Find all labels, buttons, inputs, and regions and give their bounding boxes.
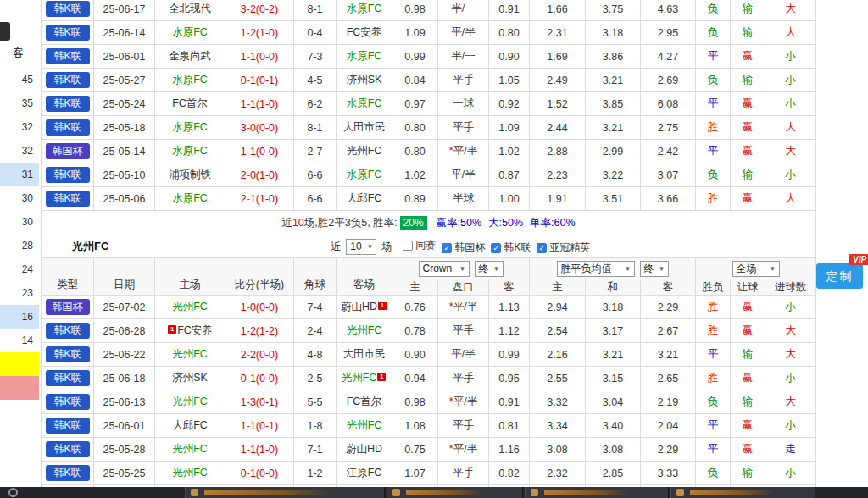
team-name[interactable]: 1FC安养	[167, 324, 213, 336]
team-name[interactable]: 水原FC	[172, 121, 208, 133]
score-cell: 0-1(0-1)	[225, 69, 294, 92]
team-name[interactable]: 水原FC	[347, 50, 382, 62]
team-name[interactable]: 光州FC	[172, 443, 208, 455]
team-name[interactable]: 光州FC	[172, 301, 208, 313]
team-name[interactable]: 光州FC1	[342, 372, 387, 384]
customize-button[interactable]: 定制	[816, 263, 863, 289]
league-cell: 韩K联	[42, 0, 94, 21]
score-cell: 1-1(0-1)	[225, 414, 294, 438]
avg-home: 2.23	[530, 163, 586, 187]
checkbox-checked-icon[interactable]: ✓	[442, 243, 452, 253]
avg-away: 3.07	[641, 163, 696, 187]
avg-draw: 3.15	[586, 367, 641, 390]
odds-away: 0.87	[489, 163, 530, 187]
recent-games-select[interactable]: 10 ▼	[346, 239, 376, 255]
team-name[interactable]: 光州FC	[172, 467, 208, 479]
team-name[interactable]: 水原FC	[172, 26, 208, 38]
team-name[interactable]: 大邱FC	[347, 192, 382, 204]
checkbox-checked-icon[interactable]: ✓	[537, 243, 547, 253]
avg-away: 6.08	[641, 92, 696, 116]
league-badge: 韩K联	[46, 346, 90, 362]
filter-checkbox[interactable]: ✓韩国杯	[442, 241, 485, 255]
odds-handicap: 平/半	[438, 163, 489, 187]
match-score: 1-1(0-1)	[241, 420, 278, 432]
team-name[interactable]: 水原FC	[172, 192, 208, 204]
team-name[interactable]: 济州SK	[347, 74, 382, 86]
odds-stage-select[interactable]: 终 ▼	[475, 261, 504, 277]
taskbar-window-button[interactable]	[670, 487, 815, 498]
team-name[interactable]: 水原FC	[347, 169, 382, 180]
match-score: 1-3(0-1)	[241, 396, 278, 408]
score-cell: 0-1(0-0)	[225, 367, 294, 390]
scope-select[interactable]: 全场 ▼	[732, 261, 780, 277]
team-name[interactable]: 江原FC	[347, 467, 382, 479]
odds-home: 1.07	[392, 462, 438, 485]
league-cell: 韩K联	[42, 92, 94, 116]
team-name[interactable]: FC首尔	[172, 97, 208, 109]
match-row: 韩K联25-06-281FC安养1-2(1-2)2-4光州FC0.78平手1.1…	[42, 319, 816, 343]
home-team: 水原FC	[155, 116, 225, 140]
matches-table: 韩K联25-06-17全北现代3-2(0-2)8-1水原FC0.98半/一0.9…	[41, 0, 816, 498]
team-name[interactable]: 光州FC	[172, 348, 208, 360]
checkbox-checked-icon[interactable]: ✓	[491, 243, 501, 253]
team-name[interactable]: 光州FC	[172, 396, 208, 407]
team-name[interactable]: 光州FC	[347, 419, 382, 431]
average-odds-select[interactable]: 胜平负均值 ▼	[557, 261, 635, 277]
league-badge: 韩K联	[46, 48, 90, 64]
result-char: 赢	[743, 443, 754, 455]
taskbar-window-button[interactable]	[525, 487, 669, 498]
team-name[interactable]: 大田市民	[343, 121, 386, 133]
team-name[interactable]: 光州FC	[347, 324, 382, 336]
team-name[interactable]: 水原FC	[347, 3, 382, 14]
team-name[interactable]: 大邱FC	[172, 419, 208, 431]
taskbar-window-button[interactable]	[387, 487, 523, 498]
away-team: 光州FC	[337, 319, 392, 343]
match-date: 25-05-14	[94, 140, 155, 163]
bookmaker-select[interactable]: Crown ▼	[419, 261, 470, 277]
result-char: 赢	[743, 192, 754, 204]
team-name[interactable]: FC安养	[347, 26, 382, 38]
side-tab[interactable]	[0, 22, 10, 41]
team-name[interactable]: FC首尔	[347, 396, 382, 407]
odds-home: 0.75	[392, 438, 438, 462]
odds-home: 0.89	[392, 187, 438, 211]
league-badge: 韩国杯	[46, 299, 90, 315]
checkbox-unchecked-icon[interactable]	[403, 241, 413, 251]
result-char: 负	[708, 3, 719, 14]
chevron-down-icon: ▼	[625, 265, 632, 273]
filter-checkbox[interactable]: 同赛	[403, 238, 436, 252]
sidebar-number: 32	[0, 139, 39, 163]
team-name[interactable]: 水原FC	[172, 145, 208, 157]
result-goals: 大	[765, 21, 816, 45]
taskbar-window-button[interactable]	[185, 487, 385, 498]
team-name[interactable]: 大田市民	[343, 348, 386, 360]
team-name[interactable]: 金泉尚武	[169, 50, 211, 62]
team-name[interactable]: 光州FC	[347, 145, 382, 157]
avg-away: 4.27	[641, 45, 696, 69]
window-title-text	[406, 490, 482, 495]
avg-home: 2.44	[530, 116, 586, 140]
sidebar-number: 31	[0, 163, 39, 186]
match-score: 1-2(1-0)	[241, 27, 278, 39]
avg-draw: 3.18	[586, 21, 641, 45]
taskbar-app-icon[interactable]	[8, 488, 18, 497]
team-name[interactable]: 全北现代	[169, 3, 211, 14]
filter-checkbox[interactable]: ✓韩K联	[491, 241, 531, 255]
team-name[interactable]: 蔚山HD1	[341, 301, 387, 313]
select-value: 终	[479, 262, 489, 276]
result-handicap: 赢	[731, 116, 765, 140]
team-name[interactable]: 水原FC	[172, 74, 208, 86]
odds-handicap: 平手	[438, 116, 489, 140]
match-date: 25-06-01	[94, 414, 155, 438]
average-stage-select[interactable]: 终 ▼	[640, 261, 669, 277]
league-cell: 韩K联	[42, 319, 94, 343]
avg-draw: 3.51	[586, 187, 641, 211]
result-outcome: 负	[696, 69, 731, 92]
team-name[interactable]: 浦项制铁	[169, 169, 211, 180]
result-outcome: 平	[696, 343, 731, 367]
filter-checkbox[interactable]: ✓亚冠精英	[537, 241, 590, 255]
result-char: 小	[785, 74, 796, 86]
team-name[interactable]: 水原FC	[347, 97, 382, 109]
team-name[interactable]: 蔚山HD	[346, 443, 382, 455]
team-name[interactable]: 济州SK	[172, 372, 208, 384]
